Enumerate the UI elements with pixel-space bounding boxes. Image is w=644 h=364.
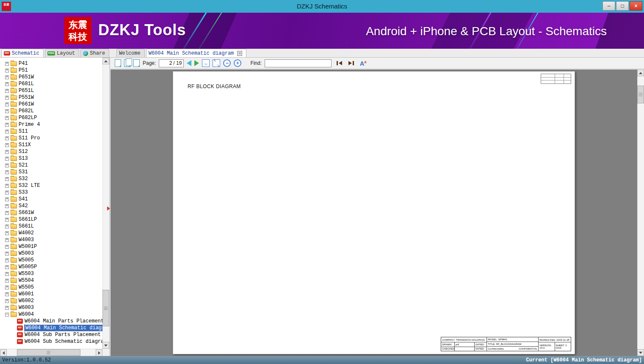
expand-toggle-icon[interactable]: + bbox=[5, 197, 9, 201]
tree-file-row[interactable]: PDFW6004 Sub Parts Placement bbox=[0, 331, 102, 338]
tree-folder-row[interactable]: +S13 bbox=[0, 155, 102, 162]
expand-toggle-icon[interactable]: + bbox=[5, 150, 9, 154]
tree-folder-row[interactable]: +S11 Pro bbox=[0, 135, 102, 142]
scrollbar-thumb[interactable] bbox=[102, 290, 109, 326]
tree-folder-row[interactable]: +P551W bbox=[0, 94, 102, 101]
tree-folder-row[interactable]: +W5503 bbox=[0, 270, 102, 277]
fit-width-button[interactable]: ↔ bbox=[202, 59, 210, 67]
fit-page-button[interactable]: ↖ ↘ bbox=[213, 59, 220, 67]
tree-folder-row[interactable]: +P51 bbox=[0, 67, 102, 74]
tree-folder-row[interactable]: +W5505 bbox=[0, 284, 102, 291]
font-size-button[interactable]: Aa bbox=[360, 60, 366, 67]
scroll-down-button[interactable] bbox=[102, 342, 109, 349]
tree-folder-row[interactable]: +W5504 bbox=[0, 277, 102, 284]
tree-folder-row[interactable]: +P651W bbox=[0, 74, 102, 81]
scroll-up-button[interactable] bbox=[637, 69, 644, 76]
tree-folder-row[interactable]: +W5005P bbox=[0, 264, 102, 270]
expand-toggle-icon[interactable]: + bbox=[5, 204, 9, 208]
tree-file-row[interactable]: PDFW6004 Main Parts Placement bbox=[0, 318, 102, 325]
minimize-button[interactable]: – bbox=[603, 1, 615, 11]
page-input[interactable] bbox=[161, 60, 172, 66]
expand-toggle-icon[interactable]: + bbox=[5, 286, 9, 289]
zoom-out-button[interactable]: − bbox=[223, 59, 231, 67]
expand-toggle-icon[interactable]: + bbox=[5, 184, 9, 188]
expand-toggle-icon[interactable]: + bbox=[5, 103, 9, 106]
expand-toggle-icon[interactable]: + bbox=[5, 143, 9, 147]
expand-toggle-icon[interactable]: + bbox=[5, 191, 9, 195]
tree-folder-row[interactable]: +S32 bbox=[0, 175, 102, 182]
tree-folder-row[interactable]: +Prime 4 bbox=[0, 121, 102, 128]
tree-folder-row[interactable]: +W6001 bbox=[0, 291, 102, 297]
expand-toggle-icon[interactable]: + bbox=[5, 130, 9, 133]
tree-file-row[interactable]: PDFW6004 Main Schematic diagram bbox=[0, 325, 102, 331]
tree-folder-row[interactable]: +S12 bbox=[0, 148, 102, 155]
copy-page-icon[interactable] bbox=[115, 59, 121, 67]
previous-page-button[interactable] bbox=[187, 60, 191, 66]
expand-toggle-icon[interactable]: + bbox=[5, 265, 9, 269]
scrollbar-thumb[interactable] bbox=[17, 349, 80, 356]
expand-toggle-icon[interactable]: + bbox=[5, 245, 9, 249]
tree-folder-row[interactable]: +W6002 bbox=[0, 297, 102, 304]
expand-toggle-icon[interactable]: + bbox=[5, 109, 9, 113]
tree-folder-row[interactable]: +S11X bbox=[0, 142, 102, 148]
tree-folder-row[interactable]: +S32 LTE bbox=[0, 182, 102, 189]
doc-tab-welcome[interactable]: Welcome bbox=[116, 49, 144, 57]
expand-toggle-icon[interactable]: + bbox=[5, 96, 9, 100]
tree-folder-row[interactable]: +W5001P bbox=[0, 243, 102, 250]
expand-toggle-icon[interactable]: + bbox=[5, 62, 9, 66]
tree-folder-row[interactable]: +S661L bbox=[0, 223, 102, 230]
scroll-up-button[interactable] bbox=[102, 58, 109, 64]
expand-toggle-icon[interactable]: + bbox=[5, 75, 9, 79]
expand-toggle-icon[interactable]: + bbox=[5, 292, 9, 296]
tree-folder-row[interactable]: +P681L bbox=[0, 81, 102, 87]
find-input[interactable] bbox=[265, 59, 332, 67]
zoom-in-button[interactable]: + bbox=[234, 59, 241, 67]
expand-toggle-icon[interactable]: + bbox=[5, 82, 9, 86]
expand-toggle-icon[interactable]: + bbox=[5, 272, 9, 276]
tree-vertical-scrollbar[interactable] bbox=[102, 58, 109, 349]
tab-share[interactable]: Share bbox=[80, 49, 109, 57]
next-page-button[interactable] bbox=[194, 60, 199, 66]
scroll-left-button[interactable] bbox=[0, 349, 7, 356]
expand-toggle-icon[interactable]: + bbox=[5, 69, 9, 72]
expand-toggle-icon[interactable]: + bbox=[5, 89, 9, 93]
doc-tab-w6004-main-schematic[interactable]: W6004 Main Schematic diagram × bbox=[146, 49, 247, 57]
tree-folder-row[interactable]: +S31 bbox=[0, 169, 102, 175]
snapshot-icon[interactable] bbox=[124, 59, 130, 67]
expand-toggle-icon[interactable]: + bbox=[5, 170, 9, 174]
folder-tree[interactable]: +P41+P51+P651W+P681L+P651L+P551W+P661W+P… bbox=[0, 60, 102, 348]
expand-toggle-icon[interactable]: + bbox=[5, 136, 9, 140]
tree-folder-row[interactable]: +P682L bbox=[0, 108, 102, 114]
expand-toggle-icon[interactable]: + bbox=[5, 157, 9, 161]
expand-toggle-icon[interactable]: − bbox=[5, 313, 9, 317]
find-previous-button[interactable] bbox=[336, 60, 343, 66]
tree-folder-row[interactable]: +W4002 bbox=[0, 230, 102, 236]
expand-toggle-icon[interactable]: + bbox=[5, 252, 9, 256]
tree-folder-row[interactable]: +P682LP bbox=[0, 114, 102, 121]
expand-toggle-icon[interactable]: + bbox=[5, 177, 9, 181]
tab-layout[interactable]: PADS Layout bbox=[45, 49, 80, 57]
tree-file-row[interactable]: PDFW6004 Sub Schematic diagram bbox=[0, 338, 102, 345]
tree-folder-row[interactable]: +P661W bbox=[0, 101, 102, 108]
sidebar-splitter-handle[interactable] bbox=[107, 206, 110, 211]
expand-toggle-icon[interactable]: + bbox=[5, 116, 9, 120]
tree-horizontal-scrollbar[interactable] bbox=[0, 349, 102, 356]
tab-close-icon[interactable]: × bbox=[237, 51, 242, 56]
tree-folder-row[interactable]: +S33 bbox=[0, 189, 102, 196]
viewer-vertical-scrollbar[interactable] bbox=[637, 69, 644, 356]
tab-schematic[interactable]: PDF Schematic bbox=[1, 49, 44, 57]
close-button[interactable]: × bbox=[630, 1, 642, 11]
expand-toggle-icon[interactable]: + bbox=[5, 299, 9, 303]
maximize-button[interactable]: □ bbox=[616, 1, 629, 11]
expand-toggle-icon[interactable]: + bbox=[5, 258, 9, 262]
multi-page-icon[interactable] bbox=[133, 59, 140, 67]
tree-folder-row[interactable]: +P651L bbox=[0, 87, 102, 94]
expand-toggle-icon[interactable]: + bbox=[5, 306, 9, 310]
expand-toggle-icon[interactable]: + bbox=[5, 231, 9, 235]
tree-folder-row[interactable]: +S42 bbox=[0, 203, 102, 209]
tree-folder-row[interactable]: +W4003 bbox=[0, 236, 102, 243]
tree-folder-row[interactable]: +S21 bbox=[0, 162, 102, 169]
tree-folder-row[interactable]: +W6003 bbox=[0, 304, 102, 311]
expand-toggle-icon[interactable]: + bbox=[5, 211, 9, 215]
tree-folder-row[interactable]: +S661W bbox=[0, 209, 102, 216]
